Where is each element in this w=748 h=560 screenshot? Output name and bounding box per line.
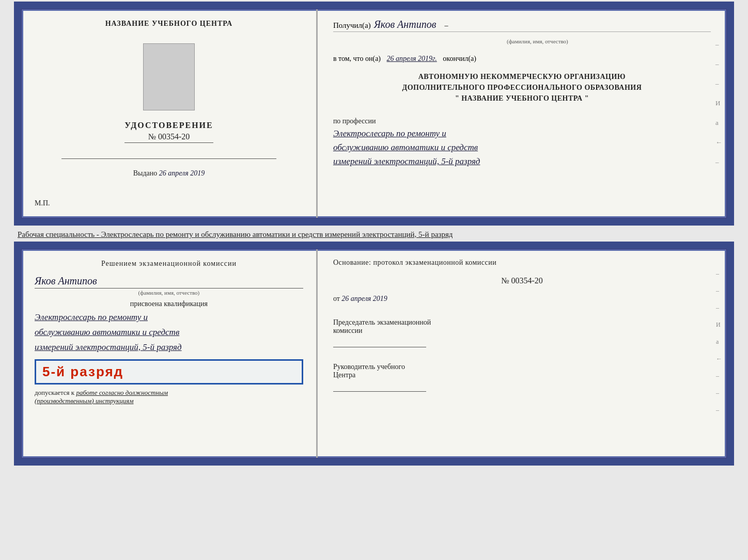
- director-signature-line: [333, 382, 426, 392]
- director-block: Руководитель учебного Центра: [333, 363, 711, 392]
- cert-bottom-left-panel: Решением экзаменационной комиссии Яков А…: [22, 249, 318, 458]
- received-prefix: Получил(а): [333, 21, 371, 30]
- cert-top-left-panel: НАЗВАНИЕ УЧЕБНОГО ЦЕНТРА УДОСТОВЕРЕНИЕ №…: [22, 9, 318, 218]
- bottom-name: Яков Антипов: [35, 275, 303, 289]
- basis-text: Основание: протокол экзаменационной коми…: [333, 259, 711, 267]
- issued-line: Выдано 26 апреля 2019: [35, 169, 303, 178]
- photo-placeholder: [143, 43, 195, 110]
- cert-top-right-panel: Получил(а) Яков Антипов – (фамилия, имя,…: [318, 9, 726, 218]
- decision-text: Решением экзаменационной комиссии: [35, 260, 303, 268]
- specialty-text: Рабочая специальность - Электрослесарь п…: [18, 226, 730, 241]
- side-dashes-top: – – – И а ← –: [715, 40, 722, 166]
- cert-label: УДОСТОВЕРЕНИЕ: [124, 121, 213, 130]
- cert-number: № 00354-20: [124, 132, 213, 143]
- in-that-date: 26 апреля 2019г.: [387, 55, 437, 62]
- profession-text: Электрослесарь по ремонту и обслуживанию…: [333, 126, 711, 169]
- certificate-bottom: Решением экзаменационной комиссии Яков А…: [18, 245, 730, 462]
- chairman-block: Председатель экзаменационной комиссии: [333, 318, 711, 347]
- org-block-top: АВТОНОМНУЮ НЕКОММЕРЧЕСКУЮ ОРГАНИЗАЦИЮ ДО…: [333, 71, 711, 104]
- fio-label-top: (фамилия, имя, отчество): [364, 38, 711, 44]
- qual-text: Электрослесарь по ремонту и обслуживанию…: [35, 310, 303, 355]
- stamp-text: 5-й разряд: [42, 364, 295, 380]
- stamp-box: 5-й разряд: [35, 359, 303, 385]
- fio-label-bottom: (фамилия, имя, отчество): [35, 290, 303, 296]
- org-name-top: НАЗВАНИЕ УЧЕБНОГО ЦЕНТРА: [105, 20, 232, 28]
- assigned-qual: присвоена квалификация: [35, 300, 303, 308]
- cert-bottom-right-panel: Основание: протокол экзаменационной коми…: [318, 249, 726, 458]
- certificate-top: НАЗВАНИЕ УЧЕБНОГО ЦЕНТРА УДОСТОВЕРЕНИЕ №…: [18, 5, 730, 222]
- side-marks-bottom: – – – И а ← – – –: [716, 270, 722, 414]
- recipient-name: Яков Антипов: [374, 19, 437, 30]
- allowed-text: допускается к работе согласно должностны…: [35, 389, 303, 405]
- in-that-block: в том, что он(а) 26 апреля 2019г. окончи…: [333, 55, 711, 63]
- protocol-number: № 00354-20: [333, 276, 711, 285]
- protocol-date-val: 26 апреля 2019: [341, 295, 387, 302]
- protocol-date: от 26 апреля 2019: [333, 295, 711, 303]
- mp-line: М.П.: [35, 199, 50, 207]
- profession-label: по профессии: [333, 117, 711, 125]
- chairman-signature-line: [333, 338, 426, 347]
